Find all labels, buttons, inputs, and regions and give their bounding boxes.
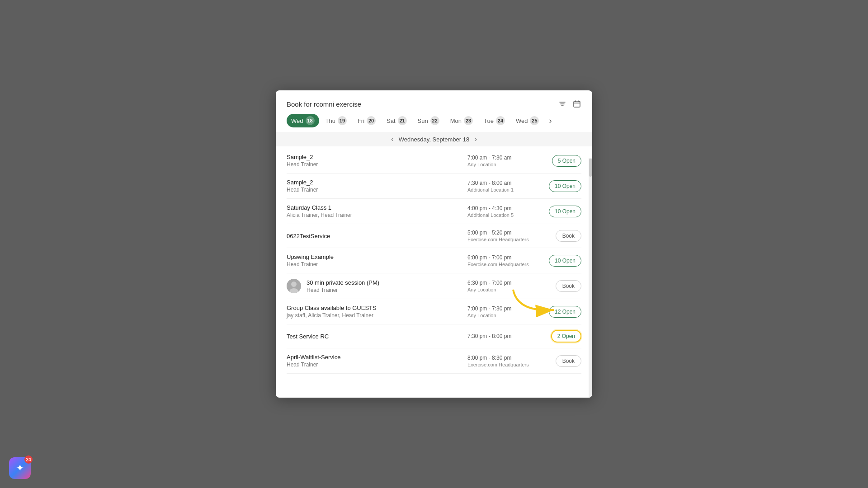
day-tabs: Wed 18 Thu 19 Fri 20 Sat 21 Sun 22 Mon 2… [276, 108, 592, 127]
item-name: 0622TestService [287, 233, 462, 239]
app-icon[interactable]: ✦ 24 [9, 457, 31, 479]
item-info: 30 min private session (PM) Head Trainer [307, 279, 462, 293]
book-open-button[interactable]: 2 Open [551, 330, 581, 343]
item-info: Sample_2 Head Trainer [287, 154, 462, 168]
item-time-loc: 7:00 pm - 7:30 pm Any Location [467, 305, 540, 318]
item-location: Any Location [467, 313, 540, 318]
item-action: Book [545, 280, 581, 292]
tab-label: Sun [418, 117, 428, 124]
item-time: 8:00 pm - 8:30 pm [467, 355, 540, 361]
avatar [287, 279, 301, 293]
tab-wed-25[interactable]: Wed 25 [511, 114, 544, 127]
calendar-button[interactable] [572, 99, 581, 108]
item-trainer: Head Trainer [307, 287, 462, 293]
scrollbar-track[interactable] [589, 158, 592, 398]
tab-num: 18 [306, 116, 315, 125]
item-time-loc: 6:30 pm - 7:00 pm Any Location [467, 280, 540, 292]
item-action: Book [545, 355, 581, 367]
item-action: 5 Open [545, 155, 581, 167]
tab-num: 19 [338, 116, 347, 125]
schedule-list: Sample_2 Head Trainer 7:00 am - 7:30 am … [276, 148, 592, 398]
tab-num: 24 [496, 116, 505, 125]
item-name: Test Service RC [287, 333, 462, 340]
schedule-item: Sample_2 Head Trainer 7:30 am - 8:00 am … [287, 174, 581, 199]
item-action: 12 Open [545, 306, 581, 318]
date-bar: ‹ Wednesday, September 18 › [276, 132, 592, 146]
item-time-loc: 5:00 pm - 5:20 pm Exercise.com Headquart… [467, 230, 540, 242]
item-trainer: Head Trainer [287, 361, 462, 368]
schedule-item: 0622TestService 5:00 pm - 5:20 pm Exerci… [287, 224, 581, 248]
schedule-item: 30 min private session (PM) Head Trainer… [287, 273, 581, 299]
book-open-button[interactable]: 12 Open [549, 306, 581, 318]
tab-num: 20 [367, 116, 376, 125]
item-location: Exercise.com Headquarters [467, 237, 540, 242]
schedule-item: Saturday Class 1 Alicia Trainer, Head Tr… [287, 199, 581, 224]
svg-point-2 [291, 282, 297, 287]
item-name: 30 min private session (PM) [307, 279, 462, 286]
book-open-button[interactable]: 10 Open [549, 206, 581, 217]
tab-sat-21[interactable]: Sat 21 [382, 114, 411, 127]
header-icons [558, 99, 581, 108]
tab-fri-20[interactable]: Fri 20 [353, 114, 380, 127]
item-trainer: Head Trainer [287, 161, 462, 168]
tab-label: Wed [291, 117, 303, 124]
item-time: 6:30 pm - 7:00 pm [467, 280, 540, 286]
item-name: Saturday Class 1 [287, 204, 462, 211]
item-time: 7:30 am - 8:00 am [467, 180, 540, 186]
item-time-loc: 7:30 am - 8:00 am Additional Location 1 [467, 180, 540, 192]
item-time: 5:00 pm - 5:20 pm [467, 230, 540, 236]
item-time: 7:00 pm - 7:30 pm [467, 305, 540, 312]
next-date-button[interactable]: › [475, 136, 477, 143]
schedule-item: Test Service RC 7:30 pm - 8:00 pm 2 Open [287, 324, 581, 348]
item-info: 0622TestService [287, 233, 462, 239]
book-button[interactable]: Book [556, 280, 581, 292]
item-info: Saturday Class 1 Alicia Trainer, Head Tr… [287, 204, 462, 218]
tab-label: Mon [450, 117, 462, 124]
item-name: Group Class available to GUESTS [287, 305, 462, 311]
booking-modal: Book for rcomni exercise Wed 18 Thu [276, 90, 592, 398]
item-info: April-Waitlist-Service Head Trainer [287, 354, 462, 368]
item-name: Sample_2 [287, 154, 462, 160]
notification-badge: 24 [24, 455, 33, 464]
item-action: 10 Open [545, 180, 581, 192]
item-time: 7:00 am - 7:30 am [467, 155, 540, 161]
book-open-button[interactable]: 5 Open [552, 155, 581, 167]
item-time: 4:00 pm - 4:30 pm [467, 205, 540, 211]
item-name: April-Waitlist-Service [287, 354, 462, 361]
item-time-loc: 4:00 pm - 4:30 pm Additional Location 5 [467, 205, 540, 218]
tab-wed-18[interactable]: Wed 18 [287, 114, 319, 127]
item-time: 6:00 pm - 7:00 pm [467, 254, 540, 261]
next-week-button[interactable]: › [547, 114, 553, 127]
tab-tue-24[interactable]: Tue 24 [479, 114, 509, 127]
prev-date-button[interactable]: ‹ [391, 136, 393, 143]
schedule-item: Sample_2 Head Trainer 7:00 am - 7:30 am … [287, 148, 581, 174]
tab-label: Sat [387, 117, 396, 124]
tab-num: 22 [430, 116, 439, 125]
item-time-loc: 7:30 pm - 8:00 pm [467, 333, 540, 339]
svg-rect-0 [574, 101, 580, 107]
item-trainer: Alicia Trainer, Head Trainer [287, 212, 462, 218]
item-location: Any Location [467, 162, 540, 167]
book-open-button[interactable]: 10 Open [549, 180, 581, 192]
date-bar-text: Wednesday, September 18 [399, 136, 469, 143]
item-time-loc: 8:00 pm - 8:30 pm Exercise.com Headquart… [467, 355, 540, 367]
tab-thu-19[interactable]: Thu 19 [321, 114, 351, 127]
tab-label: Tue [484, 117, 494, 124]
tab-mon-23[interactable]: Mon 23 [446, 114, 477, 127]
book-button[interactable]: Book [556, 355, 581, 367]
filter-button[interactable] [558, 99, 567, 108]
item-location: Additional Location 5 [467, 212, 540, 218]
tab-sun-22[interactable]: Sun 22 [413, 114, 444, 127]
book-open-button[interactable]: 10 Open [549, 255, 581, 267]
item-info: Group Class available to GUESTS jay staf… [287, 305, 462, 319]
book-button[interactable]: Book [556, 230, 581, 242]
schedule-item: Upswing Example Head Trainer 6:00 pm - 7… [287, 248, 581, 273]
scrollbar-thumb [589, 159, 592, 177]
item-name: Upswing Example [287, 253, 462, 260]
item-action: Book [545, 230, 581, 242]
schedule-item: Group Class available to GUESTS jay staf… [287, 299, 581, 324]
item-action: 10 Open [545, 206, 581, 217]
item-info: Upswing Example Head Trainer [287, 253, 462, 267]
item-trainer: Head Trainer [287, 187, 462, 193]
item-location: Exercise.com Headquarters [467, 262, 540, 267]
